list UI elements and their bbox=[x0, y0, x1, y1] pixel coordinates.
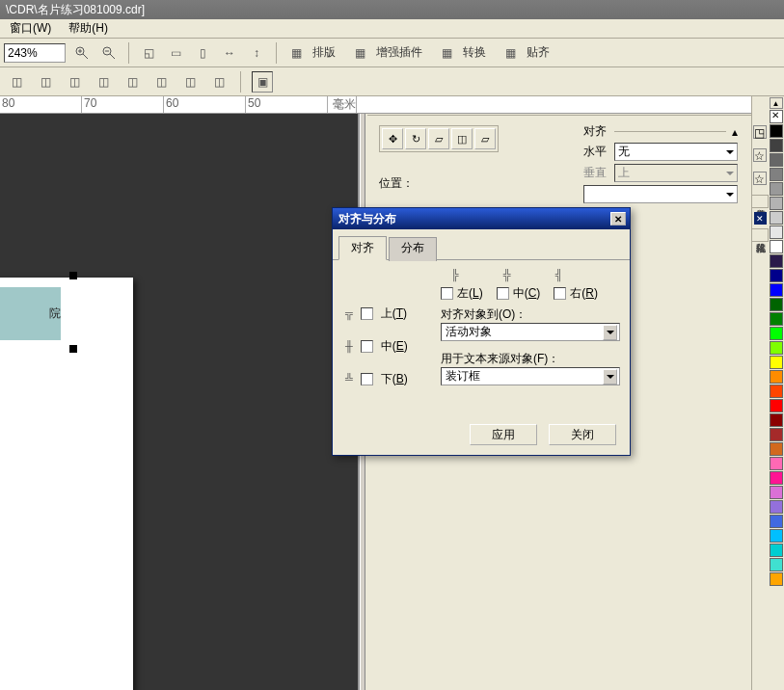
vtab-close-icon[interactable]: ✕ bbox=[754, 212, 767, 225]
top-checkbox[interactable] bbox=[361, 307, 373, 320]
dropdown-arrow-icon[interactable] bbox=[603, 325, 617, 340]
vtab-star2-icon[interactable]: ☆ bbox=[753, 172, 767, 185]
color-swatch[interactable] bbox=[770, 413, 783, 427]
vtab-star-icon[interactable]: ☆ bbox=[753, 148, 767, 162]
zoom-selection-icon[interactable]: ◱ bbox=[138, 42, 159, 64]
right-label: 右(R) bbox=[570, 286, 598, 300]
color-swatch[interactable] bbox=[770, 327, 783, 340]
zoom-width-icon[interactable]: ↔ bbox=[219, 42, 240, 64]
vertical-select: 上 bbox=[614, 164, 738, 182]
bottom-checkbox[interactable] bbox=[361, 373, 373, 385]
color-swatch[interactable] bbox=[770, 442, 783, 456]
color-swatch[interactable] bbox=[770, 370, 783, 384]
color-swatch[interactable] bbox=[770, 558, 783, 571]
convert-label[interactable]: 转换 bbox=[463, 44, 486, 61]
swatch-none[interactable] bbox=[770, 110, 783, 123]
tab-align[interactable]: 对齐 bbox=[338, 236, 387, 260]
left-checkbox[interactable] bbox=[441, 287, 453, 300]
align-skew-icon[interactable]: ▱ bbox=[474, 128, 496, 149]
arrange-2-icon[interactable]: ◫ bbox=[35, 71, 56, 93]
collapse-icon[interactable]: ▴ bbox=[732, 125, 738, 139]
convert-icon[interactable]: ▦ bbox=[436, 42, 457, 64]
arrange-8-icon[interactable]: ◫ bbox=[208, 71, 230, 93]
horizontal-select[interactable]: 无 bbox=[614, 143, 738, 161]
color-swatch[interactable] bbox=[770, 529, 783, 543]
align-scale-icon[interactable]: ▱ bbox=[428, 128, 449, 149]
zoom-out-icon[interactable] bbox=[98, 42, 120, 64]
color-swatch[interactable] bbox=[770, 572, 783, 586]
align-rotate-icon[interactable]: ↻ bbox=[405, 128, 426, 149]
zoom-in-icon[interactable] bbox=[71, 42, 93, 64]
align-dialog-icon[interactable]: ▣ bbox=[252, 71, 273, 93]
color-swatch[interactable] bbox=[770, 544, 783, 557]
color-swatch[interactable] bbox=[770, 515, 783, 528]
color-swatch[interactable] bbox=[770, 471, 783, 485]
color-swatch[interactable] bbox=[770, 428, 783, 441]
tab-distribute[interactable]: 分布 bbox=[389, 237, 437, 261]
arrange-1-icon[interactable]: ◫ bbox=[6, 71, 27, 93]
right-checkbox[interactable] bbox=[554, 287, 566, 300]
color-swatch[interactable] bbox=[770, 399, 783, 412]
color-swatch[interactable] bbox=[770, 226, 783, 239]
color-swatch[interactable] bbox=[770, 457, 783, 470]
middle-checkbox[interactable] bbox=[361, 340, 373, 353]
selection-handle[interactable] bbox=[69, 272, 77, 279]
color-swatch[interactable] bbox=[770, 356, 783, 369]
zoom-all-icon[interactable]: ▭ bbox=[165, 42, 186, 64]
snap-label[interactable]: 贴齐 bbox=[527, 44, 550, 61]
dialog-close-icon[interactable]: ✕ bbox=[610, 212, 626, 226]
zoom-height-icon[interactable]: ↕ bbox=[246, 42, 267, 64]
right-bar: ◳ ☆ ☆ 插入字符 ✕ 段落格式化 ▲ bbox=[751, 96, 784, 690]
color-swatch[interactable] bbox=[770, 124, 783, 138]
color-swatch[interactable] bbox=[770, 168, 783, 181]
color-swatch[interactable] bbox=[770, 240, 783, 253]
color-swatch[interactable] bbox=[770, 139, 783, 152]
layout-icon[interactable]: ▦ bbox=[285, 42, 307, 64]
dropdown-arrow-icon[interactable] bbox=[603, 369, 617, 385]
text-source-select[interactable]: 装订框 bbox=[441, 367, 620, 385]
align-left-icon: ╠ bbox=[446, 266, 464, 283]
color-swatch[interactable] bbox=[770, 486, 783, 499]
zoom-input[interactable]: 243% bbox=[4, 43, 66, 63]
arrange-3-icon[interactable]: ◫ bbox=[64, 71, 85, 93]
color-swatch[interactable] bbox=[770, 254, 783, 268]
enhance-label[interactable]: 增强插件 bbox=[376, 44, 422, 61]
arrange-4-icon[interactable]: ◫ bbox=[93, 71, 114, 93]
color-swatch[interactable] bbox=[770, 182, 783, 196]
close-button[interactable]: 关闭 bbox=[549, 424, 616, 445]
color-swatch[interactable] bbox=[770, 298, 783, 311]
ruler-tick: 60 bbox=[164, 96, 246, 113]
vtab-icon[interactable]: ◳ bbox=[753, 125, 767, 139]
color-swatch[interactable] bbox=[770, 341, 783, 355]
extra-select[interactable] bbox=[583, 185, 738, 203]
color-swatch[interactable] bbox=[770, 385, 783, 398]
arrange-6-icon[interactable]: ◫ bbox=[150, 71, 172, 93]
layout-label[interactable]: 排版 bbox=[312, 44, 336, 61]
vtab-paragraph[interactable]: 段落格式化 bbox=[751, 228, 769, 242]
enhance-icon[interactable]: ▦ bbox=[349, 42, 370, 64]
menu-help[interactable]: 帮助(H) bbox=[68, 20, 108, 37]
text-object[interactable]: 院 bbox=[0, 287, 61, 340]
apply-button[interactable]: 应用 bbox=[470, 424, 537, 445]
color-swatch[interactable] bbox=[770, 283, 783, 297]
palette-up-icon[interactable]: ▲ bbox=[770, 97, 783, 109]
canvas[interactable]: 院 bbox=[0, 114, 358, 690]
zoom-page-icon[interactable]: ▯ bbox=[192, 42, 213, 64]
center-checkbox[interactable] bbox=[497, 287, 509, 300]
vtab-insert[interactable]: 插入字符 bbox=[751, 195, 769, 208]
arrange-7-icon[interactable]: ◫ bbox=[179, 71, 201, 93]
color-swatch[interactable] bbox=[770, 211, 783, 225]
color-swatch[interactable] bbox=[770, 197, 783, 210]
color-swatch[interactable] bbox=[770, 153, 783, 167]
align-to-select[interactable]: 活动对象 bbox=[441, 323, 620, 341]
align-size-icon[interactable]: ◫ bbox=[451, 128, 473, 149]
arrange-5-icon[interactable]: ◫ bbox=[122, 71, 143, 93]
snap-icon[interactable]: ▦ bbox=[500, 42, 521, 64]
menu-window[interactable]: 窗口(W) bbox=[10, 20, 51, 37]
selection-handle[interactable] bbox=[69, 345, 77, 353]
color-swatch[interactable] bbox=[770, 269, 783, 282]
dialog-titlebar[interactable]: 对齐与分布 ✕ bbox=[333, 208, 630, 229]
align-move-icon[interactable]: ✥ bbox=[382, 128, 403, 149]
color-swatch[interactable] bbox=[770, 312, 783, 326]
color-swatch[interactable] bbox=[770, 500, 783, 514]
